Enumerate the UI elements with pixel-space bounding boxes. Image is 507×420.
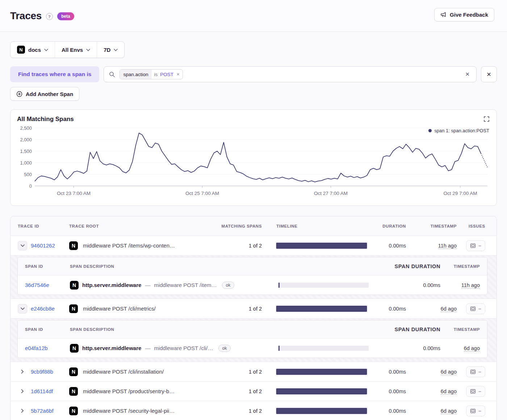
svg-text:1,000: 1,000 [20,160,32,166]
nextjs-icon: N [69,304,78,313]
chevron-down-icon [86,49,90,51]
project-filter[interactable]: N docs [11,42,55,58]
timestamp[interactable]: 6d ago [464,345,480,352]
span-id-link[interactable]: 36d7546e [25,282,70,288]
issues-count: – [478,243,481,248]
remove-span-filter-button[interactable]: ✕ [481,66,497,82]
timestamp[interactable]: 11h ago [461,282,480,288]
matching-spans-count: 1 of 2 [211,369,265,375]
span-row: e04fa12b N http.server.middleware — midd… [18,338,487,358]
plus-circle-icon [16,91,22,97]
col-timeline: TIMELINE [265,224,370,228]
search-clear-icon[interactable]: ✕ [464,70,471,79]
issues-button[interactable]: – [466,303,485,314]
trace-id-link[interactable]: 1d6114df [31,388,53,394]
svg-text:Oct 29 7:00 AM: Oct 29 7:00 AM [443,191,477,196]
span-duration-value: 0.00ms [369,282,441,288]
timeline-bar [276,243,367,249]
chart-legend[interactable]: span 1: span.action:POST [428,128,489,133]
matching-spans-count: 1 of 2 [211,306,265,312]
all-matching-spans-chart: All Matching Spans span 1: span.action:P… [10,109,497,206]
duration-value: 0.00ms [370,408,410,414]
token-key: span.action [120,70,151,79]
col-span-description: SPAN DESCRIPTION [70,327,278,332]
traces-table: TRACE ID TRACE ROOT MATCHING SPANS TIMEL… [10,216,497,420]
expand-chevron-right-icon[interactable] [18,387,27,396]
span-timeline-bar [278,346,369,351]
col-trace-id: TRACE ID [18,224,69,228]
svg-text:Oct 25 7:00 AM: Oct 25 7:00 AM [185,191,219,196]
table-row: 9cb9f88b N middleware POST /cli/installa… [11,362,496,382]
chart-title: All Matching Spans [17,116,490,123]
trace-id-link[interactable]: 5b72a6bf [31,408,54,414]
nextjs-icon: N [70,344,79,353]
span-op: http.server.middleware [82,345,141,351]
collapse-chevron-down-icon[interactable] [18,241,27,250]
issues-button[interactable]: – [466,386,485,397]
give-feedback-button[interactable]: Give Feedback [434,8,494,21]
table-row: e246cb8e N middleware POST /cli/metrics/… [11,299,496,319]
col-timestamp: TIMESTAMP [410,224,461,228]
inbox-icon [470,369,476,375]
trace-id-link[interactable]: e246cb8e [31,305,55,312]
duration-value: 0.00ms [370,243,410,249]
svg-text:500: 500 [24,172,32,177]
trace-id-link[interactable]: 94601262 [31,242,55,249]
inbox-icon [470,388,476,394]
timestamp[interactable]: 6d ago [441,408,457,414]
nextjs-icon: N [69,367,78,376]
issues-button[interactable]: – [466,240,485,251]
page-header: Traces ? beta Give Feedback [0,0,507,32]
search-icon [109,71,115,78]
megaphone-icon [440,12,447,18]
span-sub-table: SPAN ID SPAN DESCRIPTION SPAN DURATION T… [17,320,487,358]
nextjs-icon: N [69,387,78,396]
date-range-filter[interactable]: 7D [97,42,124,58]
chevron-down-icon [44,49,48,51]
trace-root-text: middleware POST /product/sentry-b… [83,388,175,394]
duration-value: 0.00ms [370,388,410,394]
separator: — [145,345,150,351]
collapse-chevron-down-icon[interactable] [18,304,27,313]
add-another-span-button[interactable]: Add Another Span [10,87,79,101]
trace-id-link[interactable]: 9cb9f88b [31,369,53,375]
page-title: Traces [10,10,42,22]
line-chart: 05001,0001,5002,0002,500Oct 23 7:00 AMOc… [17,126,491,197]
timestamp[interactable]: 6d ago [441,306,457,312]
span-timeline-bar [278,283,369,288]
issues-count: – [478,389,481,394]
timestamp[interactable]: 6d ago [441,388,457,395]
timeline-bar [276,369,367,375]
span-row: 36d7546e N http.server.middleware — midd… [18,275,487,295]
span-id-link[interactable]: e04fa12b [25,345,70,351]
svg-text:Oct 27 7:00 AM: Oct 27 7:00 AM [314,191,348,196]
table-row: 5b72a6bf N middleware POST /security-leg… [11,401,496,420]
find-traces-label: Find traces where a span is [10,66,99,82]
filter-token[interactable]: span.action is POST ✕ [120,69,183,79]
span-table-header: SPAN ID SPAN DESCRIPTION SPAN DURATION T… [18,257,487,275]
col-span-id: SPAN ID [25,264,70,269]
span-op: http.server.middleware [82,282,141,288]
nextjs-icon: N [70,281,79,290]
issues-button[interactable]: – [466,406,485,416]
svg-text:Oct 23 7:00 AM: Oct 23 7:00 AM [57,191,91,196]
expand-chevron-right-icon[interactable] [18,406,27,416]
issues-button[interactable]: – [466,366,485,377]
help-icon[interactable]: ? [46,13,53,20]
col-span-timestamp: TIMESTAMP [441,327,480,332]
expand-chevron-right-icon[interactable] [18,367,27,377]
timestamp[interactable]: 6d ago [441,369,457,375]
timestamp[interactable]: 11h ago [438,243,457,249]
timeline-bar [276,408,367,414]
fullscreen-icon[interactable] [483,116,490,122]
col-issues: ISSUES [461,224,489,228]
span-search-input[interactable]: span.action is POST ✕ ✕ [104,66,477,82]
environment-filter[interactable]: All Envs [55,42,97,58]
legend-label: span 1: span.action:POST [434,128,489,133]
svg-text:1,500: 1,500 [20,149,32,154]
nextjs-icon: N [69,241,78,250]
table-row: 94601262 N middleware POST /items/wp-con… [11,236,496,255]
trace-root-text: middleware POST /security-legal-pii… [83,408,175,414]
col-matching-spans: MATCHING SPANS [211,224,265,228]
token-remove-icon[interactable]: ✕ [176,72,183,77]
